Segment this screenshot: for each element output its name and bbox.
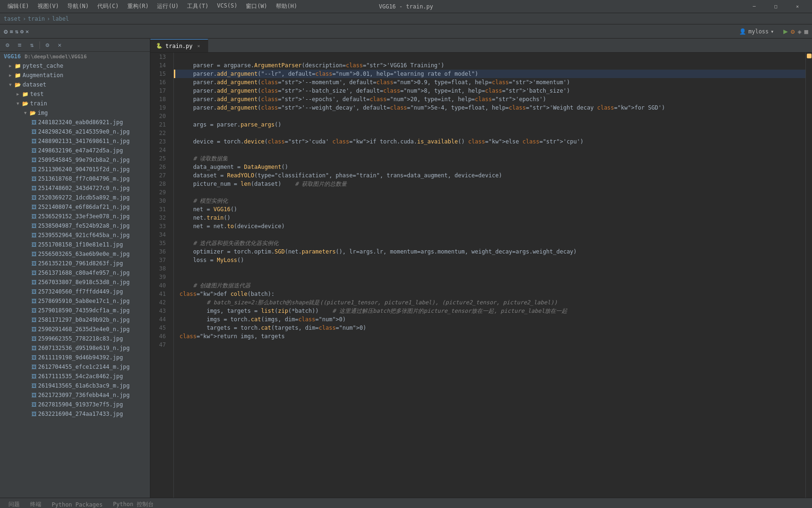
menu-help[interactable]: 帮助(H) — [272, 1, 301, 11]
breadcrumb-part2[interactable]: train — [28, 16, 45, 22]
sidebar-file-item[interactable]: 🖼 2511306240_9047015f2d_n.jpg — [0, 165, 150, 174]
line-number: 28 — [150, 180, 170, 188]
menu-window[interactable]: 窗口(W) — [242, 1, 271, 11]
sidebar-file-item[interactable]: 🖼 2488902131_3417698611_n.jpg — [0, 136, 150, 146]
code-line: args = parser.parse_args() — [174, 120, 805, 129]
tab-icon-py: 🐍 — [156, 43, 163, 49]
sidebar-file-item[interactable]: 🖼 2520369272_1dcdb5a892_m.jpg — [0, 193, 150, 202]
code-line — [174, 112, 805, 120]
menu-code[interactable]: 代码(C) — [94, 1, 123, 11]
bottom-tab-python-packages[interactable]: Python Packages — [47, 499, 107, 508]
menu-vcs[interactable]: VCS(S) — [213, 1, 241, 11]
code-line: # 模型实例化 — [174, 197, 805, 205]
sidebar-item-test[interactable]: ▶ 📁 test — [0, 89, 150, 99]
bottom-tab-terminal[interactable]: 终端 — [25, 499, 46, 508]
file-label: 2607132536_d95198e619_n.jpg — [38, 345, 130, 351]
menu-nav[interactable]: 导航(N) — [63, 1, 93, 11]
bottom-tab-problems[interactable]: 问题 — [4, 499, 24, 508]
code-line: parser.add_argument("--lr", default=clas… — [174, 70, 805, 78]
close-button[interactable]: ✕ — [787, 0, 808, 13]
sidebar-item-img[interactable]: ▼ 📂 img — [0, 108, 150, 118]
run-button[interactable]: ▶ — [783, 27, 788, 36]
sidebar-file-item[interactable]: 🖼 2538504987_fe524b92a8_n.jpg — [0, 221, 150, 230]
breadcrumb-part3[interactable]: label — [52, 16, 69, 22]
sidebar-file-item[interactable]: 🖼 2573240560_ff7ffdd449.jpg — [0, 287, 150, 296]
file-label: 2551708158_1f10e81e11.jpg — [38, 241, 123, 248]
sidebar-file-item[interactable]: 🖼 2578695910_5ab8ee17c1_n.jpg — [0, 296, 150, 306]
menu-refactor[interactable]: 重构(R) — [124, 1, 153, 11]
sidebar-file-item[interactable]: 🖼 2509545845_99e79cb8a2_n.jpg — [0, 155, 150, 165]
sidebar-file-item[interactable]: 🖼 2632216904_274aa17433.jpg — [0, 409, 150, 419]
coverage-button[interactable]: ◈ — [797, 28, 801, 35]
sidebar-file-item[interactable]: 🖼 2551708158_1f10e81e11.jpg — [0, 240, 150, 249]
menu-view[interactable]: 视图(V) — [34, 1, 63, 11]
file-icon: 🖼 — [31, 270, 37, 276]
menu-run[interactable]: 运行(U) — [153, 1, 182, 11]
sidebar-tool-close[interactable]: ✕ — [55, 40, 64, 50]
sidebar-file-item[interactable]: 🖼 2539552964_921cf645ba_n.jpg — [0, 230, 150, 240]
sidebar-file-item[interactable]: 🖼 2621723097_736febb4a4_n.jpg — [0, 390, 150, 400]
toolbar-settings-icon[interactable]: ⚙ — [4, 28, 8, 35]
sidebar-file-item[interactable]: 🖼 2581171297_b0a249b92b_n.jpg — [0, 315, 150, 325]
sidebar-file-item[interactable]: 🖼 2513618768_ff7c004796_m.jpg — [0, 174, 150, 183]
menu-tools[interactable]: 工具(T) — [183, 1, 212, 11]
file-icon: 🖼 — [31, 138, 37, 144]
sidebar-tool-settings[interactable]: ⚙ — [3, 40, 12, 50]
sidebar-file-item[interactable]: 🖼 2561352120_7961d8263f.jpg — [0, 259, 150, 268]
sidebar-file-item[interactable]: 🖼 2619413565_61a6cb3ac9_m.jpg — [0, 381, 150, 390]
profile-icon: 👤 — [739, 28, 746, 35]
tab-train-py[interactable]: 🐍 train.py ✕ — [150, 39, 208, 52]
profile-label[interactable]: myloss — [748, 28, 768, 35]
file-label: 2514748602_343d4727c0_n.jpg — [38, 185, 130, 191]
file-label: 2498632196_e47a472d5a.jpg — [38, 147, 123, 154]
arrow-train: ▼ — [15, 101, 21, 106]
sidebar-file-item[interactable]: 🖼 2607132536_d95198e619_n.jpg — [0, 343, 150, 353]
sidebar-item-dataset[interactable]: ▼ 📂 dataset — [0, 80, 150, 89]
code-line — [174, 341, 805, 349]
sidebar-file-item[interactable]: 🖼 2599662355_7782218c83.jpg — [0, 334, 150, 343]
sidebar-file-item[interactable]: 🖼 2590291468_2635d3e4e0_n.jpg — [0, 325, 150, 334]
tab-close-btn[interactable]: ✕ — [195, 43, 202, 49]
project-root[interactable]: VGG16 D:\deepl\model\VGG16 — [0, 52, 150, 61]
sidebar-file-item[interactable]: 🖼 2627815904_919373e7f5.jpg — [0, 400, 150, 409]
toolbar-list-icon[interactable]: ≡ — [9, 28, 13, 35]
sidebar-item-augmentation[interactable]: ▶ 📁 Augmentation — [0, 71, 150, 80]
code-content[interactable]: parser = argparse.ArgumentParser(descrip… — [174, 53, 805, 498]
sidebar-file-item[interactable]: 🖼 2536529152_33ef3ee078_n.jpg — [0, 212, 150, 221]
sidebar-file-item[interactable]: 🖼 2514748602_343d4727c0_n.jpg — [0, 183, 150, 193]
code-line: parser.add_argument(class="str">'--epoch… — [174, 95, 805, 103]
sidebar-file-item[interactable]: 🖼 2617111535_54c2ac8462.jpg — [0, 372, 150, 381]
code-line — [174, 146, 805, 154]
profile-dropdown-icon[interactable]: ▾ — [771, 28, 774, 35]
sidebar-tool-collapse[interactable]: ⇅ — [27, 40, 37, 50]
maximize-button[interactable]: □ — [765, 0, 787, 13]
root-label: VGG16 — [2, 53, 23, 60]
sidebar-file-item[interactable]: 🖼 2521408074_e6f86daf21_n.jpg — [0, 202, 150, 212]
menu-edit[interactable]: 编辑(E) — [4, 1, 33, 11]
breadcrumb-part1[interactable]: taset — [4, 16, 21, 22]
toolbar-config-icon[interactable]: ⚙ — [20, 28, 23, 35]
toolbar-close-icon[interactable]: ✕ — [25, 28, 29, 35]
minimize-button[interactable]: ─ — [743, 0, 765, 13]
sidebar-file-item[interactable]: 🖼 2567033807_8e918c53d8_n.jpg — [0, 278, 150, 287]
sidebar-item-train[interactable]: ▼ 📂 train — [0, 99, 150, 108]
sidebar-file-item[interactable]: 🖼 2579018590_74359dcf1a_m.jpg — [0, 306, 150, 315]
sidebar-file-item[interactable]: 🖼 2498632196_e47a472d5a.jpg — [0, 146, 150, 155]
debug-button[interactable]: ⚙ — [791, 28, 795, 35]
sidebar-file-item[interactable]: 🖼 2612704455_efce1c2144_m.jpg — [0, 362, 150, 372]
stop-button[interactable]: ■ — [804, 28, 808, 35]
bottom-tab-console-label: Python 控制台 — [113, 500, 154, 508]
sidebar-item-pytest-cache[interactable]: ▶ 📁 pytest_cache — [0, 61, 150, 71]
sidebar-file-item[interactable]: 🖼 2481823240_eab0d86921.jpg — [0, 118, 150, 127]
sidebar-tool-expand[interactable]: ≡ — [15, 40, 24, 50]
folder-icon-pytest: 📁 — [15, 63, 21, 69]
bottom-tab-python-console[interactable]: Python 控制台 — [108, 499, 158, 508]
toolbar-sort-icon[interactable]: ⇅ — [15, 28, 18, 35]
sidebar-file-item[interactable]: 🖼 2482982436_a2145359e0_n.jpg — [0, 127, 150, 136]
sidebar-file-item[interactable]: 🖼 2556503265_63ae6b9e0e_m.jpg — [0, 249, 150, 259]
sidebar-file-item[interactable]: 🖼 2561371688_c80a4fe957_n.jpg — [0, 268, 150, 278]
sidebar-tool-gear[interactable]: ⚙ — [43, 40, 52, 50]
sidebar-file-item[interactable]: 🖼 2611119198_9d46b94392.jpg — [0, 353, 150, 362]
breadcrumb: taset › train › label — [0, 13, 812, 24]
code-line: # 创建图片数据迭代器 — [174, 281, 805, 290]
